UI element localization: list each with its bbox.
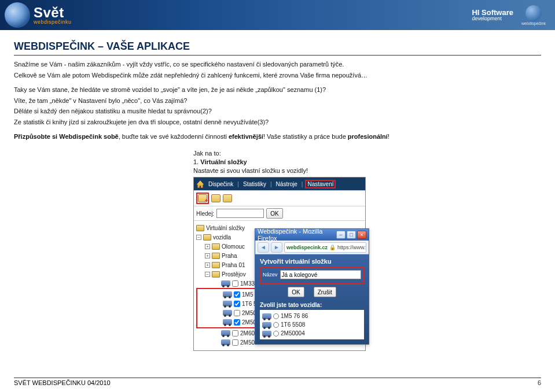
maximize-button[interactable]: □ [347, 231, 356, 239]
car-icon [262, 322, 271, 328]
menu-nastaveni-highlighted: Nastavení [305, 180, 336, 188]
vehicle-checkbox[interactable] [234, 301, 240, 307]
popup-body: Vytvořit virtuální složku Název OK Zruši… [255, 254, 369, 344]
folder-toolbar-icon[interactable] [223, 194, 232, 202]
minimize-button[interactable]: – [336, 231, 346, 239]
new-folder-icon[interactable] [198, 194, 207, 202]
tree-label: Olomouc [222, 243, 245, 250]
car-icon [223, 301, 232, 306]
paragraph: Děláte si každý den nějakou statistiku a… [14, 107, 541, 116]
lock-icon: 🔒 [329, 245, 336, 250]
menu-statistiky[interactable]: Statistiky [241, 181, 268, 187]
browser-nav: ◄ ► webdispecink.cz 🔒 https://www.webdis [255, 241, 369, 254]
ok-button[interactable]: OK [288, 287, 304, 297]
howto-title: Jak na to: [193, 149, 541, 158]
field-label: Název [263, 272, 278, 278]
car-icon [262, 313, 271, 319]
forward-button[interactable]: ► [271, 242, 282, 253]
globe-icon [5, 2, 30, 28]
paragraph-bold: Přizpůsobte si Webdispečink sobě, buďte … [14, 132, 541, 141]
car-icon [223, 310, 232, 316]
vehicle-radio[interactable] [273, 331, 279, 336]
window-controls: – □ × [336, 231, 366, 239]
vehicle-checkbox[interactable] [232, 330, 238, 336]
list-item[interactable]: 2M50004 [262, 329, 362, 338]
folder-name-input[interactable] [280, 270, 361, 279]
folder-toolbar-icon[interactable] [211, 194, 220, 202]
expand-icon[interactable]: + [205, 253, 210, 258]
collapse-icon[interactable]: − [196, 235, 201, 240]
car-icon [262, 331, 271, 336]
howto-item-title: Virtuální složky [200, 158, 247, 165]
logo-line2: webdispečinku [34, 20, 72, 25]
popup-titlebar[interactable]: Webdispečink - Mozilla Firefox – □ × [255, 229, 369, 241]
selected-list: 1M5 76 86 1T6 5508 2M50004 [260, 310, 364, 339]
search-ok-button[interactable]: OK [266, 208, 282, 219]
paragraph: Celkově se Vám ale potom Webdispečink mů… [14, 71, 541, 80]
url-box[interactable]: webdispecink.cz 🔒 https://www.webdis [284, 242, 366, 253]
toolbar [194, 190, 365, 206]
search-row: Hledej: OK [194, 206, 365, 220]
hi-software-logo: HI Software development [472, 9, 513, 21]
folder-icon [212, 253, 220, 259]
text-bold: efektivnější [229, 133, 263, 140]
paragraph: Víte, že tam „někde" v Nastavení bylo „n… [14, 97, 541, 105]
section-title: WEBDISPEČINK – VAŠE APLIKACE [14, 40, 541, 53]
logo-line1: Svět [34, 6, 72, 20]
vehicle-checkbox[interactable] [232, 280, 238, 287]
app-menubar: Dispečink | Statistiky | Nástroje | Nast… [194, 177, 365, 190]
back-button[interactable]: ◄ [258, 242, 269, 253]
tree-label: Prostějov [222, 271, 246, 278]
field-highlight: Název [260, 267, 364, 284]
menu-nastaveni[interactable]: Nastavení [306, 181, 335, 187]
folder-icon [203, 234, 211, 241]
logo-text: Svět webdispečinku [34, 6, 72, 25]
list-label: 1T6 5508 [281, 321, 305, 328]
vehicle-checkbox[interactable] [234, 319, 240, 326]
car-icon [223, 291, 232, 297]
text: , buďte tak ve své každodenní činnosti [119, 133, 229, 140]
text: ! [388, 133, 389, 140]
car-icon [221, 280, 230, 286]
vehicle-checkbox[interactable] [232, 339, 238, 346]
list-item[interactable]: 1T6 5508 [262, 320, 362, 329]
car-icon [223, 319, 232, 325]
new-folder-highlight [196, 193, 209, 204]
tree-label: Virtuální složky [206, 225, 245, 231]
home-icon[interactable] [196, 180, 204, 188]
divider [14, 55, 541, 56]
footer: SVĚT WEBDISPEČINKU 04/2010 6 [14, 378, 541, 386]
text: ! Vaše statistiky a práce bude [263, 133, 348, 140]
name-field-row: Název [262, 269, 362, 280]
button-row: OK Zrušit [260, 287, 364, 297]
body-text: Snažíme se Vám - našim zákazníkům - vyjí… [14, 60, 541, 141]
list-item[interactable]: 1M5 76 86 [262, 312, 362, 320]
vehicle-radio[interactable] [273, 322, 279, 328]
folder-icon [196, 225, 204, 231]
badge-label: webdispečink [521, 21, 546, 25]
banner-right: HI Software development webdispečink [472, 5, 546, 25]
collapse-icon[interactable]: − [205, 272, 210, 277]
close-button[interactable]: × [357, 231, 366, 239]
vehicle-checkbox[interactable] [234, 291, 240, 298]
globe-badge-icon [525, 5, 542, 21]
cancel-button[interactable]: Zrušit [314, 287, 336, 297]
footer-text: SVĚT WEBDISPEČINKU 04/2010 [14, 379, 111, 386]
site-domain: webdispecink.cz [286, 245, 328, 250]
car-icon [221, 330, 230, 336]
expand-icon[interactable]: + [205, 244, 210, 249]
url-text: https://www.webdis [337, 245, 366, 250]
menu-dispecink[interactable]: Dispečink [207, 181, 235, 187]
vehicle-radio[interactable] [273, 313, 279, 319]
tree-label: vozidla [213, 234, 231, 241]
paragraph: Ze statistik či knihy jízd si zakroužkuj… [14, 118, 541, 127]
tree-label: Praha [222, 253, 237, 259]
howto-desc: Nastavte si svou vlastní složku s vozidl… [193, 167, 541, 175]
menu-nastroje[interactable]: Nástroje [274, 181, 299, 187]
popup-window: Webdispečink - Mozilla Firefox – □ × ◄ ►… [255, 228, 369, 345]
search-input[interactable] [216, 209, 264, 218]
expand-icon[interactable]: + [205, 262, 210, 268]
popup-title-text: Webdispečink - Mozilla Firefox [258, 228, 336, 242]
vehicle-checkbox[interactable] [234, 310, 240, 316]
folder-icon [212, 243, 220, 250]
